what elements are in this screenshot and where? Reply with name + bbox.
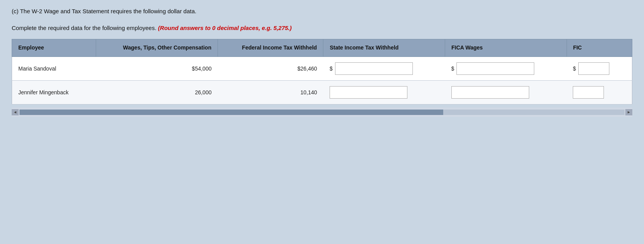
intro-line1: (c) The W-2 Wage and Tax Statement requi… bbox=[12, 8, 632, 14]
state-income-tax-input-1[interactable] bbox=[330, 86, 407, 99]
scroll-track[interactable] bbox=[19, 110, 625, 115]
horizontal-scrollbar: ◄ ► bbox=[12, 108, 632, 117]
round-note: (Round answers to 0 decimal places, e.g.… bbox=[158, 25, 291, 31]
header-state: State Income Tax Withheld bbox=[323, 39, 445, 57]
table-row: Jennifer Mingenback26,00010,140 bbox=[12, 80, 632, 104]
cell-fica-tax-1 bbox=[567, 80, 632, 104]
header-employee: Employee bbox=[12, 39, 96, 57]
fica-tax-input-1[interactable] bbox=[573, 86, 604, 99]
scroll-left-arrow[interactable]: ◄ bbox=[12, 109, 19, 115]
cell-federal-0: $26,460 bbox=[218, 57, 323, 80]
cell-employee-0: Maria Sandoval bbox=[12, 57, 96, 80]
header-fica-wages: FICA Wages bbox=[445, 39, 567, 57]
state-input-cell-1 bbox=[330, 86, 439, 99]
cell-fica-wages-1 bbox=[445, 80, 567, 104]
cell-wages-1: 26,000 bbox=[96, 80, 218, 104]
header-wages: Wages, Tips, Other Compensation bbox=[96, 39, 218, 57]
state-income-tax-input-0[interactable] bbox=[335, 62, 413, 75]
fica-wages-input-cell-1 bbox=[451, 86, 561, 99]
intro-line2: Complete the required data for the follo… bbox=[12, 25, 632, 31]
header-federal: Federal Income Tax Withheld bbox=[218, 39, 323, 57]
fica-tax-input-cell-1 bbox=[573, 86, 626, 99]
cell-wages-0: $54,000 bbox=[96, 57, 218, 80]
fica-tax-dollar-sign-0: $ bbox=[573, 65, 577, 72]
intro-line2-prefix: Complete the required data for the follo… bbox=[12, 25, 158, 31]
fica-wages-input-1[interactable] bbox=[451, 86, 529, 99]
table-row: Maria Sandoval$54,000$26,460$$$ bbox=[12, 57, 632, 80]
cell-federal-1: 10,140 bbox=[218, 80, 323, 104]
fica-wages-dollar-sign-0: $ bbox=[451, 65, 455, 72]
cell-employee-1: Jennifer Mingenback bbox=[12, 80, 96, 104]
state-input-cell-0: $ bbox=[330, 62, 439, 75]
table-body: Maria Sandoval$54,000$26,460$$$Jennifer … bbox=[12, 57, 632, 104]
cell-fica-wages-0: $ bbox=[445, 57, 567, 80]
fica-tax-input-cell-0: $ bbox=[573, 62, 626, 75]
fica-tax-input-0[interactable] bbox=[578, 62, 609, 75]
w2-table: Employee Wages, Tips, Other Compensation… bbox=[12, 39, 632, 104]
cell-state-1 bbox=[323, 80, 445, 104]
cell-state-0: $ bbox=[323, 57, 445, 80]
state-dollar-sign-0: $ bbox=[330, 65, 333, 72]
scroll-thumb bbox=[19, 110, 443, 115]
cell-fica-tax-0: $ bbox=[567, 57, 632, 80]
table-header-row: Employee Wages, Tips, Other Compensation… bbox=[12, 39, 632, 57]
fica-wages-input-0[interactable] bbox=[456, 62, 534, 75]
scroll-right-arrow[interactable]: ► bbox=[625, 109, 632, 115]
table-wrapper: Employee Wages, Tips, Other Compensation… bbox=[12, 39, 632, 117]
header-fica-tax: FIC bbox=[567, 39, 632, 57]
fica-wages-input-cell-0: $ bbox=[451, 62, 561, 75]
